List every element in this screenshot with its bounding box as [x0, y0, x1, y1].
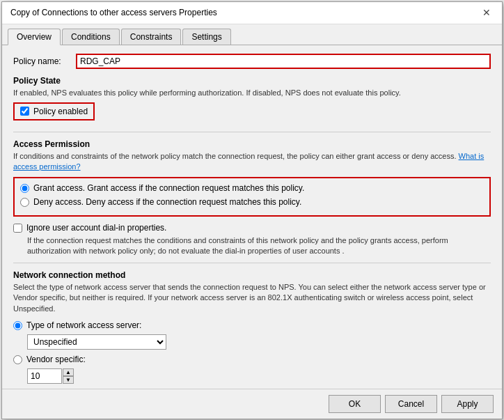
- policy-enabled-label: Policy enabled: [33, 107, 88, 116]
- close-button[interactable]: ✕: [480, 7, 494, 18]
- vendor-input[interactable]: [27, 368, 62, 384]
- policy-enabled-checkbox[interactable]: [20, 107, 29, 116]
- vendor-input-row: ▲ ▼: [27, 368, 491, 384]
- network-method-section: Network connection method Select the typ…: [13, 270, 491, 384]
- access-permission-section: Access Permission If conditions and cons…: [13, 139, 491, 257]
- access-permission-desc: If conditions and constraints of the net…: [13, 151, 491, 173]
- access-radio-group: Grant access. Grant access if the connec…: [13, 177, 491, 217]
- spinner-down-button[interactable]: ▼: [63, 376, 74, 384]
- divider-2: [13, 263, 491, 263]
- grant-access-label: Grant access. Grant access if the connec…: [33, 182, 304, 194]
- apply-button[interactable]: Apply: [441, 395, 494, 413]
- title-bar: Copy of Connections to other access serv…: [2, 2, 502, 24]
- divider-1: [13, 132, 491, 132]
- policy-name-row: Policy name:: [13, 54, 491, 69]
- policy-state-section: Policy State If enabled, NPS evaluates t…: [13, 76, 491, 126]
- network-method-title: Network connection method: [13, 270, 491, 280]
- window-title: Copy of Connections to other access serv…: [10, 8, 217, 17]
- ignore-dial-in-row: Ignore user account dial-in properties.: [13, 222, 491, 234]
- grant-access-radio[interactable]: [20, 184, 29, 193]
- network-method-desc: Select the type of network access server…: [13, 282, 491, 314]
- type-radio-row: Type of network access server:: [13, 320, 491, 332]
- ignore-dial-in-checkbox[interactable]: [13, 224, 22, 233]
- deny-access-radio[interactable]: [20, 198, 29, 207]
- tab-constraints[interactable]: Constraints: [121, 29, 182, 45]
- footer: OK Cancel Apply: [2, 389, 502, 419]
- network-type-dropdown[interactable]: Unspecified RAS 802.1X Switch DHCP Serve…: [27, 334, 166, 350]
- deny-access-label: Deny access. Deny access if the connecti…: [33, 196, 301, 208]
- grant-access-row: Grant access. Grant access if the connec…: [20, 182, 484, 194]
- tab-bar: Overview Conditions Constraints Settings: [2, 24, 502, 45]
- vendor-radio-label: Vendor specific:: [26, 354, 86, 366]
- policy-enabled-row: Policy enabled: [13, 102, 95, 120]
- vendor-radio-row: Vendor specific:: [13, 354, 491, 366]
- ignore-dial-in-desc: If the connection request matches the co…: [27, 235, 491, 257]
- vendor-radio[interactable]: [13, 355, 22, 364]
- access-permission-desc-text: If conditions and constraints of the net…: [13, 152, 457, 160]
- ignore-dial-in-label: Ignore user account dial-in properties.: [26, 222, 166, 234]
- ok-button[interactable]: OK: [329, 395, 381, 413]
- access-permission-title: Access Permission: [13, 139, 491, 149]
- policy-state-desc: If enabled, NPS evaluates this policy wh…: [13, 88, 491, 98]
- policy-name-label: Policy name:: [13, 56, 76, 66]
- content-area: Policy name: Policy State If enabled, NP…: [2, 45, 502, 389]
- tab-conditions[interactable]: Conditions: [62, 29, 120, 45]
- policy-state-title: Policy State: [13, 76, 491, 86]
- cancel-button[interactable]: Cancel: [385, 395, 437, 413]
- type-radio-label: Type of network access server:: [26, 320, 141, 332]
- deny-access-row: Deny access. Deny access if the connecti…: [20, 196, 484, 208]
- tab-settings[interactable]: Settings: [182, 29, 230, 45]
- properties-dialog: Copy of Connections to other access serv…: [1, 1, 503, 419]
- dropdown-row: Unspecified RAS 802.1X Switch DHCP Serve…: [27, 334, 491, 350]
- spinner-up-button[interactable]: ▲: [63, 368, 74, 376]
- spinner-buttons: ▲ ▼: [63, 368, 74, 384]
- type-radio[interactable]: [13, 321, 22, 330]
- policy-name-input[interactable]: [76, 54, 491, 69]
- tab-overview[interactable]: Overview: [8, 29, 61, 45]
